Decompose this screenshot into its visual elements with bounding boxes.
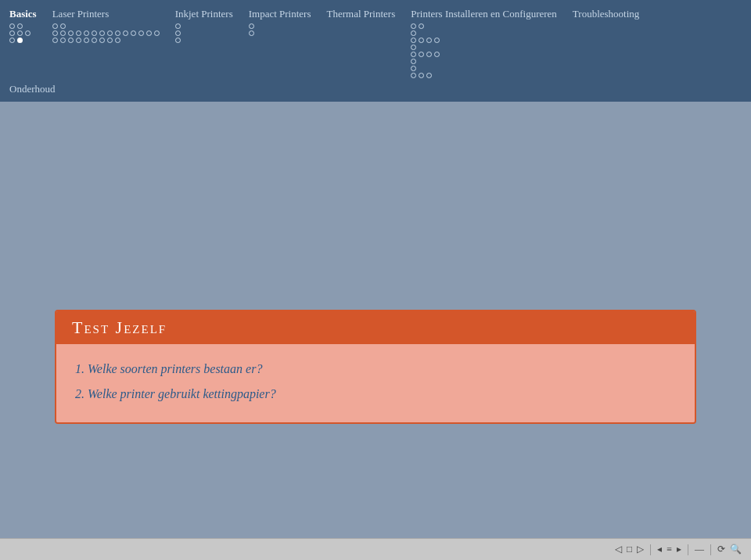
nav-item-basics[interactable]: Basics [9, 6, 37, 22]
dots-inkjet-1 [175, 23, 233, 29]
onderhoud-row: Onderhoud [6, 78, 745, 97]
dot [175, 23, 181, 29]
toolbar-list-next-icon[interactable]: ▸ [677, 544, 681, 555]
dot [17, 38, 23, 43]
test-question-2: 2. Welke printer gebruikt kettingpapier? [75, 382, 676, 407]
nav-col-thermal: Thermal Printers [326, 6, 395, 22]
dot [411, 38, 416, 43]
dot [249, 31, 254, 36]
dot [99, 31, 105, 36]
dot [84, 31, 89, 36]
test-jezelf-title: Test Jezelf [72, 318, 167, 337]
toolbar-list-icon[interactable]: ≡ [667, 544, 672, 555]
nav-item-trouble[interactable]: Troubleshooting [573, 6, 639, 22]
dot [426, 38, 432, 43]
dot [52, 31, 58, 36]
dot [52, 38, 58, 43]
dots-basics-1 [9, 23, 37, 29]
dot [419, 73, 424, 78]
dots-impact-1 [249, 23, 311, 29]
dot [115, 31, 120, 36]
dots-install-1 [411, 23, 557, 29]
test-jezelf-header: Test Jezelf [56, 311, 695, 344]
nav-col-inkjet: Inkjet Printers [175, 6, 233, 43]
dot [411, 52, 416, 57]
dot [131, 31, 136, 36]
nav-row: Basics Laser Printers [6, 3, 745, 78]
toolbar-next-icon[interactable]: ▷ [637, 544, 644, 555]
dot [175, 31, 181, 36]
dots-install-3 [411, 38, 557, 43]
bottom-toolbar: ◁ □ ▷ ◂ ≡ ▸ — ⟳ 🔍 [0, 538, 751, 560]
dot [99, 38, 105, 43]
top-nav: Basics Laser Printers [0, 0, 751, 102]
dot [60, 38, 66, 43]
dots-inkjet-2 [175, 31, 233, 36]
question-1-text: Welke soorten printers bestaan er? [88, 362, 262, 375]
dot [434, 38, 440, 43]
nav-col-impact: Impact Printers [249, 6, 311, 36]
dot [17, 31, 23, 36]
dot [411, 23, 416, 29]
question-2-number: 2. [75, 387, 84, 400]
dot [411, 73, 416, 78]
dots-install-8 [411, 73, 557, 78]
dot [68, 31, 74, 36]
dot [17, 23, 23, 29]
dot [138, 31, 144, 36]
dot [68, 38, 74, 43]
nav-item-onderhoud[interactable]: Onderhoud [9, 83, 56, 95]
toolbar-search-icon[interactable]: 🔍 [730, 544, 742, 555]
dot [9, 23, 15, 29]
dot [426, 52, 432, 57]
dots-install-6 [411, 59, 557, 64]
toolbar-list-prev-icon[interactable]: ◂ [657, 544, 662, 555]
toolbar-sep-2 [688, 544, 688, 555]
test-jezelf-container: Test Jezelf 1. Welke soorten printers be… [55, 310, 696, 424]
toolbar-sep-1 [650, 544, 651, 555]
dot [107, 31, 113, 36]
dot [154, 31, 160, 36]
nav-item-inkjet[interactable]: Inkjet Printers [175, 6, 233, 22]
dot [9, 38, 15, 43]
dot [426, 73, 432, 78]
dot [107, 38, 113, 43]
dot [76, 31, 81, 36]
dots-laser-2 [52, 31, 160, 36]
dots-install-4 [411, 45, 557, 50]
dots-install-5 [411, 52, 557, 57]
test-question-1: 1. Welke soorten printers bestaan er? [75, 357, 676, 382]
nav-item-impact[interactable]: Impact Printers [249, 6, 311, 22]
nav-item-laser[interactable]: Laser Printers [52, 6, 160, 22]
dot [146, 31, 152, 36]
nav-item-thermal[interactable]: Thermal Printers [326, 6, 395, 22]
toolbar-minus-icon[interactable]: — [695, 544, 704, 555]
dot [434, 52, 440, 57]
dots-inkjet-3 [175, 38, 233, 43]
dot [249, 23, 254, 29]
dot [123, 31, 128, 36]
dot [419, 23, 424, 29]
dot [411, 45, 416, 50]
question-1-number: 1. [75, 362, 84, 375]
main-content: Test Jezelf 1. Welke soorten printers be… [0, 102, 751, 538]
dot [92, 38, 97, 43]
toolbar-box-icon[interactable]: □ [627, 544, 632, 555]
dot [60, 31, 66, 36]
nav-col-basics: Basics [9, 6, 37, 43]
dot [411, 59, 416, 64]
dot [76, 38, 81, 43]
question-2-text: Welke printer gebruikt kettingpapier? [88, 387, 276, 400]
toolbar-refresh-icon[interactable]: ⟳ [717, 544, 725, 555]
dots-basics-3 [9, 38, 37, 43]
nav-item-install[interactable]: Printers Installeren en Configureren [411, 6, 557, 22]
nav-col-trouble: Troubleshooting [573, 6, 639, 22]
dot [419, 38, 424, 43]
dots-basics-2 [9, 31, 37, 36]
dot [115, 38, 120, 43]
dot [9, 31, 15, 36]
dot [411, 31, 416, 36]
test-jezelf-body: 1. Welke soorten printers bestaan er? 2.… [56, 344, 695, 422]
dot [60, 23, 66, 29]
toolbar-prev-icon[interactable]: ◁ [615, 544, 622, 555]
